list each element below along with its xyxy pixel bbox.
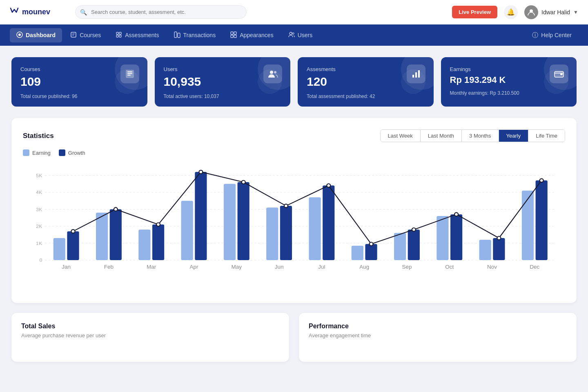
svg-rect-20 — [127, 73, 132, 74]
svg-rect-10 — [174, 32, 177, 38]
nav-label-assessments: Assessments — [125, 32, 159, 38]
filter-yearly[interactable]: Yearly — [499, 130, 529, 142]
main-content: Courses 109 Total course published: 96 U… — [0, 46, 588, 373]
sidebar-item-appearances[interactable]: Appearances — [224, 28, 280, 42]
logo-text: mounev — [22, 8, 50, 16]
nav-label-users: Users — [298, 32, 313, 38]
book-icon — [120, 65, 139, 83]
svg-text:Sep: Sep — [402, 264, 412, 270]
sidebar-item-transactions[interactable]: Transactions — [167, 28, 223, 42]
svg-rect-7 — [119, 32, 121, 34]
nav-help-center[interactable]: ⓘ Help Center — [526, 28, 578, 42]
users-card-icon — [263, 65, 282, 83]
svg-text:Nov: Nov — [487, 264, 497, 270]
svg-text:May: May — [232, 264, 242, 270]
filter-last-month[interactable]: Last Month — [421, 130, 462, 142]
svg-rect-24 — [412, 75, 414, 78]
user-name: Idwar Halid — [541, 9, 570, 16]
total-sales-title: Total Sales — [21, 323, 279, 330]
chart-section: Statistics Last Week Last Month 3 Months… — [11, 118, 577, 303]
sidebar-item-assessments[interactable]: Assessments — [109, 28, 165, 42]
svg-point-17 — [292, 33, 294, 34]
sidebar-item-users[interactable]: Users — [282, 28, 319, 42]
svg-text:2K: 2K — [36, 223, 42, 229]
svg-rect-70 — [450, 214, 462, 260]
svg-point-86 — [412, 228, 416, 232]
svg-text:5K: 5K — [36, 173, 42, 178]
svg-text:Jul: Jul — [318, 264, 325, 270]
svg-text:Oct: Oct — [445, 264, 454, 270]
nav-label-dashboard: Dashboard — [26, 32, 56, 38]
courses-icon — [70, 31, 77, 39]
svg-point-16 — [290, 32, 292, 35]
help-icon: ⓘ — [532, 31, 538, 39]
svg-rect-6 — [116, 32, 118, 34]
svg-rect-66 — [394, 233, 406, 260]
svg-rect-55 — [238, 182, 249, 260]
stats-row: Courses 109 Total course published: 96 U… — [11, 57, 577, 107]
header: mounev 🔍 Live Preview 🔔 Idwar Halid ▼ — [0, 0, 588, 24]
svg-rect-13 — [234, 32, 236, 34]
transactions-icon — [174, 31, 180, 39]
svg-rect-19 — [127, 71, 132, 72]
svg-rect-72 — [479, 240, 491, 260]
stat-sub-courses: Total course published: 96 — [20, 94, 138, 99]
nav-label-transactions: Transactions — [183, 32, 216, 38]
svg-rect-52 — [195, 172, 207, 260]
svg-rect-58 — [280, 206, 292, 260]
assessments-icon — [116, 31, 122, 39]
svg-rect-11 — [178, 33, 180, 38]
chart-title: Statistics — [23, 132, 54, 140]
legend-earning: Earning — [23, 149, 51, 156]
sidebar-item-courses[interactable]: Courses — [64, 28, 107, 42]
svg-text:Dec: Dec — [530, 264, 539, 270]
svg-point-22 — [270, 71, 273, 74]
sidebar-item-dashboard[interactable]: Dashboard — [10, 28, 62, 42]
svg-rect-45 — [96, 213, 108, 260]
svg-rect-75 — [522, 191, 534, 260]
svg-rect-12 — [231, 32, 233, 34]
stat-sub-users: Total active users: 10,037 — [164, 94, 282, 99]
svg-point-81 — [199, 170, 203, 174]
search-input[interactable] — [75, 5, 247, 19]
filter-3-months[interactable]: 3 Months — [462, 130, 499, 142]
svg-text:Mar: Mar — [147, 264, 156, 270]
stat-sub-earnings: Monthly earnings: Rp 3.210.500 — [450, 90, 568, 96]
header-right: Live Preview 🔔 Idwar Halid ▼ — [452, 5, 578, 19]
svg-point-82 — [242, 180, 245, 184]
svg-rect-42 — [53, 238, 65, 260]
filter-life-time[interactable]: Life Time — [528, 130, 565, 142]
chart-header: Statistics Last Week Last Month 3 Months… — [23, 129, 565, 142]
user-info[interactable]: Idwar Halid ▼ — [524, 5, 578, 19]
svg-point-87 — [454, 213, 458, 216]
legend-label-earning: Earning — [32, 150, 51, 156]
svg-text:3K: 3K — [36, 207, 42, 212]
search-icon: 🔍 — [80, 9, 87, 16]
bottom-row: Total Sales Average purchase revenue per… — [11, 313, 577, 373]
stat-card-users: Users 10,935 Total active users: 10,037 — [155, 57, 291, 107]
svg-rect-3 — [71, 32, 76, 37]
total-sales-sub: Average purchase revenue per user — [21, 332, 279, 339]
users-icon — [288, 31, 295, 39]
nav-label-courses: Courses — [80, 32, 101, 38]
svg-rect-15 — [234, 35, 236, 38]
svg-point-79 — [114, 207, 118, 211]
svg-point-84 — [327, 184, 330, 187]
svg-rect-49 — [152, 225, 164, 260]
svg-text:4K: 4K — [36, 189, 42, 195]
chart-icon — [407, 65, 425, 83]
svg-rect-54 — [224, 184, 236, 260]
stat-card-assessments: Assesments 120 Total assessment publishe… — [298, 57, 434, 107]
svg-text:1K: 1K — [36, 241, 42, 246]
chart-container: 01K2K3K4K5KJanFebMarAprMayJunJulAugSepOc… — [23, 163, 565, 293]
filter-last-week[interactable]: Last Week — [381, 130, 421, 142]
chart-legend: Earning Growth — [23, 149, 565, 156]
notification-bell[interactable]: 🔔 — [504, 5, 518, 19]
svg-text:0: 0 — [39, 257, 42, 263]
svg-text:Apr: Apr — [190, 264, 199, 270]
svg-rect-64 — [365, 244, 377, 260]
legend-growth: Growth — [59, 149, 85, 156]
nav-label-help: Help Center — [541, 32, 572, 38]
legend-dot-growth — [59, 149, 65, 156]
live-preview-button[interactable]: Live Preview — [452, 6, 497, 18]
